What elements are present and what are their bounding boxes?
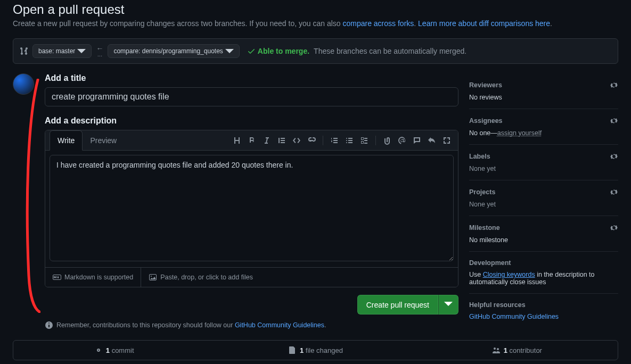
link-icon[interactable] [305, 134, 318, 147]
assignees-value: No one—assign yourself [469, 129, 618, 137]
unordered-list-icon[interactable] [342, 134, 356, 147]
code-icon[interactable] [290, 134, 304, 147]
assignees-label: Assignees [469, 117, 503, 125]
reference-icon[interactable] [425, 134, 439, 147]
info-icon [45, 321, 53, 329]
gear-icon[interactable] [610, 152, 618, 161]
labels-label: Labels [469, 153, 490, 160]
reviewers-value: No reviews [469, 94, 618, 101]
file-diff-icon [288, 346, 297, 354]
italic-icon[interactable] [260, 134, 274, 147]
contribution-guidelines-note: Remember, contributions to this reposito… [45, 321, 458, 329]
resources-link[interactable]: GitHub Community Guidelines [469, 313, 559, 320]
commit-icon [94, 346, 103, 354]
bold-icon[interactable] [245, 134, 259, 147]
resources-label: Helpful resources [469, 301, 526, 309]
tab-preview[interactable]: Preview [83, 131, 124, 150]
markdown-hint[interactable]: Markdown is supported [45, 268, 141, 287]
heading-icon[interactable] [230, 134, 244, 147]
description-label: Add a description [45, 116, 458, 126]
branch-range-box: base: master ← … compare: dennis/program… [13, 38, 618, 64]
gear-icon[interactable] [610, 224, 618, 232]
labels-value: None yet [469, 165, 618, 172]
ordered-list-icon[interactable] [327, 134, 341, 147]
gear-icon[interactable] [610, 81, 618, 89]
stat-commits[interactable]: 1 commit [13, 341, 215, 360]
svg-point-2 [151, 276, 152, 277]
merge-status: Able to merge. [247, 47, 309, 55]
caret-down-icon [225, 47, 234, 55]
page-subtitle: Create a new pull request by comparing c… [13, 19, 618, 28]
fullscreen-icon[interactable] [440, 134, 454, 147]
title-label: Add a title [45, 73, 458, 83]
gear-icon[interactable] [610, 117, 618, 125]
people-icon [492, 346, 501, 354]
reviewers-label: Reviewers [469, 81, 502, 89]
development-value: Use Closing keywords in the description … [469, 271, 618, 286]
milestone-value: No milestone [469, 236, 618, 244]
attach-icon[interactable] [380, 134, 394, 147]
projects-label: Projects [469, 188, 495, 196]
tab-write[interactable]: Write [50, 130, 83, 151]
saved-reply-icon[interactable] [410, 134, 424, 147]
git-compare-icon [20, 47, 28, 55]
description-textarea[interactable]: I have created a programming quotes file… [50, 155, 454, 261]
image-icon [149, 273, 157, 282]
markdown-icon [53, 273, 61, 282]
task-list-icon[interactable] [357, 134, 371, 147]
quote-icon[interactable] [275, 134, 289, 147]
caret-down-icon [77, 47, 86, 55]
paste-hint[interactable]: Paste, drop, or click to add files [141, 268, 260, 287]
milestone-label: Milestone [469, 224, 500, 231]
base-branch-select[interactable]: base: master [32, 44, 92, 58]
assign-yourself-link[interactable]: assign yourself [497, 129, 542, 137]
stat-files[interactable]: 1 file changed [215, 341, 416, 360]
stats-row: 1 commit 1 file changed 1 contributor [13, 340, 618, 360]
page-title: Open a pull request [13, 2, 618, 17]
gear-icon[interactable] [610, 188, 618, 196]
title-input[interactable] [45, 87, 458, 106]
create-pr-button[interactable]: Create pull request [357, 295, 438, 315]
check-icon [247, 47, 256, 55]
diff-help-link[interactable]: Learn more about diff comparisons here [418, 19, 550, 28]
development-label: Development [469, 259, 511, 267]
avatar [13, 73, 34, 95]
compare-branch-select[interactable]: compare: dennis/programming_quotes [108, 44, 239, 58]
create-pr-dropdown[interactable] [438, 295, 458, 315]
projects-value: None yet [469, 201, 618, 208]
closing-keywords-link[interactable]: Closing keywords [483, 271, 535, 278]
merge-note: These branches can be automatically merg… [314, 47, 466, 55]
mention-icon[interactable] [395, 134, 409, 147]
stat-contributors[interactable]: 1 contributor [416, 341, 618, 360]
community-guidelines-link[interactable]: GitHub Community Guidelines [235, 321, 324, 329]
compare-forks-link[interactable]: compare across forks [342, 19, 414, 28]
arrow-left-icon: ← … [96, 45, 103, 57]
